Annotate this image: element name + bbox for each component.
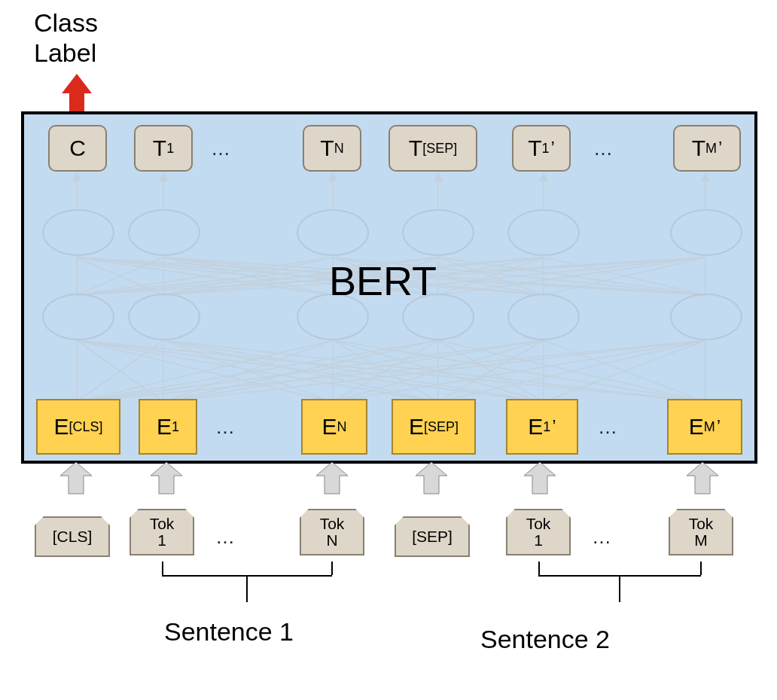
input-arrow-icon [60,462,92,495]
output-t1: T1 [134,125,193,172]
svg-marker-83 [702,173,709,181]
faded-dots: . . . [608,224,644,242]
token-tokn: TokN [300,509,364,555]
svg-marker-85 [151,462,182,494]
svg-marker-84 [60,462,92,494]
token-tok1b: Tok1 [506,509,571,555]
dots: … [590,137,616,160]
svg-marker-81 [540,173,547,181]
embedding-em-prime: EM’ [667,399,742,455]
model-name-label: BERT [329,257,437,304]
input-arrow-icon [524,462,556,495]
svg-marker-87 [416,462,447,494]
node-icon [670,209,742,256]
dots: … [208,137,233,160]
dots: … [212,525,238,549]
svg-marker-77 [329,173,337,181]
output-c-label: C [69,135,86,161]
sentence1-label: Sentence 1 [164,617,294,647]
dots: … [212,415,238,439]
svg-marker-89 [687,462,718,494]
dots: … [589,525,614,549]
class-label-line1: Class [34,8,98,38]
token-tok1: Tok1 [130,509,194,555]
node-icon [128,294,200,340]
output-tm-prime: TM’ [673,125,741,172]
sentence2-label: Sentence 2 [480,625,610,654]
node-icon [402,209,474,256]
node-icon [297,209,369,256]
embedding-ecls: E[CLS] [36,399,120,455]
node-icon [507,294,580,340]
node-icon [42,294,114,340]
token-cls: [CLS] [35,516,110,557]
node-icon [670,294,742,340]
output-c: C [48,125,107,172]
embedding-e1-prime: E1’ [506,399,578,455]
dots: … [595,415,620,439]
diagram-stage: Class Label [8,8,769,692]
output-tn: TN [303,125,361,172]
svg-marker-86 [316,462,348,494]
token-tokm: TokM [669,509,733,555]
input-arrow-icon [687,462,718,495]
node-icon [42,209,114,256]
embedding-esep: E[SEP] [392,399,476,455]
input-arrow-icon [416,462,447,495]
output-tsep: T[SEP] [388,125,477,172]
token-sep: [SEP] [395,516,470,557]
bert-box: . . . . . . C T1 … TN T[SEP] T1’ … TM’ B [21,111,757,464]
class-label-text: Class Label [34,8,98,68]
svg-marker-88 [524,462,556,494]
svg-marker-75 [160,173,167,181]
embedding-e1: E1 [139,399,197,455]
class-output-arrow [62,74,92,111]
embedding-en: EN [301,399,367,455]
node-icon [128,209,200,256]
faded-dots: . . . [608,309,644,326]
svg-marker-79 [434,173,442,181]
class-label-line2: Label [34,38,98,68]
output-t1-prime: T1’ [512,125,571,172]
input-arrow-icon [151,462,182,495]
input-arrow-icon [316,462,348,495]
svg-marker-73 [73,173,81,181]
node-icon [507,209,580,256]
